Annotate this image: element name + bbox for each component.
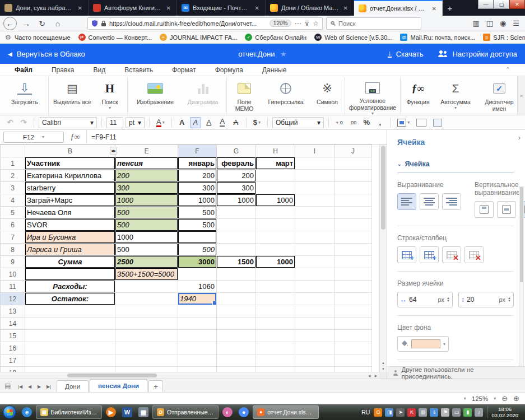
row-header-2[interactable]: 2: [1, 170, 25, 182]
cell-J17[interactable]: [334, 354, 372, 367]
cell-I5[interactable]: [295, 207, 334, 219]
cell-I9[interactable]: [295, 256, 334, 268]
tab-close-icon[interactable]: ✕: [342, 5, 349, 11]
close-button[interactable]: ✕: [509, 0, 525, 9]
row-header-12[interactable]: 12: [1, 293, 25, 305]
browser-tab[interactable]: Дони / Облако Mail.ru✕: [266, 0, 354, 16]
cell-I2[interactable]: [295, 170, 334, 182]
cell-J6[interactable]: [334, 219, 372, 231]
cell-F5[interactable]: 500: [178, 207, 217, 219]
toolbar-button-names[interactable]: ✓Диспетчер имен: [477, 77, 521, 115]
cell-F4[interactable]: 1000: [178, 194, 217, 207]
tray-icon-6[interactable]: ⇓: [430, 408, 438, 417]
menu-item-1[interactable]: Файл: [15, 66, 32, 74]
cell-E3[interactable]: 300: [115, 182, 178, 194]
cell-I1[interactable]: [295, 157, 334, 170]
cell-F1[interactable]: январь: [178, 157, 217, 170]
cell-G2[interactable]: 200: [217, 170, 256, 182]
cell-E2[interactable]: 200: [115, 170, 178, 182]
scroll-right-icon[interactable]: ▶: [373, 372, 379, 379]
format-cell-style[interactable]: [431, 117, 444, 128]
cell-G14[interactable]: [217, 318, 256, 330]
cell-I17[interactable]: [295, 354, 334, 367]
format-font-color[interactable]: A▾: [154, 117, 167, 128]
cell-H5[interactable]: [256, 207, 295, 219]
cell-G17[interactable]: [217, 354, 256, 367]
cell-B14[interactable]: [25, 318, 115, 330]
format-strikethrough[interactable]: A: [230, 117, 241, 128]
vscroll-thumb[interactable]: [381, 146, 385, 230]
panel-section-cell[interactable]: ⌄ Ячейка: [397, 160, 514, 168]
menu-hamburger-icon[interactable]: ☰: [513, 19, 519, 27]
cell-G12[interactable]: [217, 293, 256, 305]
row-header-6[interactable]: 6: [1, 219, 25, 231]
cell-J8[interactable]: [334, 244, 372, 256]
cell-I13[interactable]: [295, 305, 334, 318]
cell-J1[interactable]: [334, 157, 372, 170]
cell-J3[interactable]: [334, 182, 372, 194]
taskbar-icon-chrome[interactable]: ●: [236, 405, 251, 419]
browser-search-box[interactable]: 🔍︎: [326, 17, 421, 30]
align-right-button[interactable]: [442, 193, 461, 210]
cell-F7[interactable]: [178, 231, 217, 244]
cell-F6[interactable]: 500: [178, 219, 217, 231]
cell-F12[interactable]: 1940: [178, 293, 217, 305]
cell-J16[interactable]: [334, 342, 372, 354]
toolbar-button-symbol[interactable]: ※Символ: [312, 77, 343, 115]
cell-E7[interactable]: 1000: [115, 231, 178, 244]
delete-column-button[interactable]: ✕: [464, 246, 484, 263]
row-header-15[interactable]: 15: [1, 330, 25, 342]
column-header-B[interactable]: B: [25, 145, 115, 157]
cell-E13[interactable]: [115, 305, 178, 318]
bookmark-item[interactable]: ⚙Часто посещаемые: [4, 34, 71, 41]
cell-H9[interactable]: 1000: [256, 256, 295, 268]
cell-H3[interactable]: [256, 182, 295, 194]
row-height-input[interactable]: ↕ 20 px ▲▼: [458, 292, 514, 307]
cell-J15[interactable]: [334, 330, 372, 342]
column-width-input[interactable]: ↔ 64 px ▲▼: [397, 292, 453, 307]
taskbar-icon-paint[interactable]: ◐: [220, 405, 235, 419]
row-header-5[interactable]: 5: [1, 207, 25, 219]
page-zoom-badge[interactable]: 120%: [270, 20, 292, 27]
cell-G16[interactable]: [217, 342, 256, 354]
cell-I12[interactable]: [295, 293, 334, 305]
cell-B8[interactable]: Лариса и Гриша: [25, 244, 115, 256]
tray-icon-7[interactable]: ⚑: [441, 408, 449, 417]
row-header-17[interactable]: 17: [1, 354, 25, 367]
menu-item-6[interactable]: Формула: [215, 66, 243, 74]
status-caret-icon[interactable]: ▾: [464, 396, 466, 401]
cell-J13[interactable]: [334, 305, 372, 318]
tray-icon-8[interactable]: ▭: [452, 408, 461, 417]
cell-B6[interactable]: SVOR: [25, 219, 115, 231]
format-underline[interactable]: A: [203, 117, 215, 128]
cell-F15[interactable]: [178, 330, 217, 342]
start-button[interactable]: [3, 405, 16, 419]
align-center-button[interactable]: [420, 193, 439, 210]
cell-H10[interactable]: [256, 268, 295, 281]
cell-F8[interactable]: 500: [178, 244, 217, 256]
format-decrease-decimal[interactable]: .00: [347, 117, 359, 128]
cell-F11[interactable]: 1060: [178, 281, 217, 293]
pocket-icon[interactable]: ⊽: [304, 20, 309, 27]
menu-item-2[interactable]: Правка: [52, 66, 75, 74]
cell-H6[interactable]: [256, 219, 295, 231]
cell-name-box[interactable]: F12 ▾: [3, 132, 64, 143]
shield-icon[interactable]: [91, 20, 98, 27]
bookmark-item[interactable]: ≡JOURNAL IMPACT FA...: [160, 34, 237, 41]
cell-F3[interactable]: 300: [178, 182, 217, 194]
align-left-button[interactable]: [397, 193, 416, 210]
row-header-3[interactable]: 3: [1, 182, 25, 194]
format-font-select[interactable]: Calibri▾: [39, 117, 97, 128]
cell-E17[interactable]: [115, 354, 178, 367]
hscroll-thumb[interactable]: [67, 374, 157, 377]
cell-E8[interactable]: 500: [115, 244, 178, 256]
row-header-8[interactable]: 8: [1, 244, 25, 256]
cell-I14[interactable]: [295, 318, 334, 330]
menu-item-3[interactable]: Вид: [93, 66, 105, 74]
cell-I3[interactable]: [295, 182, 334, 194]
cell-E15[interactable]: [115, 330, 178, 342]
cell-G6[interactable]: [217, 219, 256, 231]
cell-B3[interactable]: starberry: [25, 182, 115, 194]
tray-icon-5[interactable]: ▥: [419, 408, 427, 417]
cell-H13[interactable]: [256, 305, 295, 318]
